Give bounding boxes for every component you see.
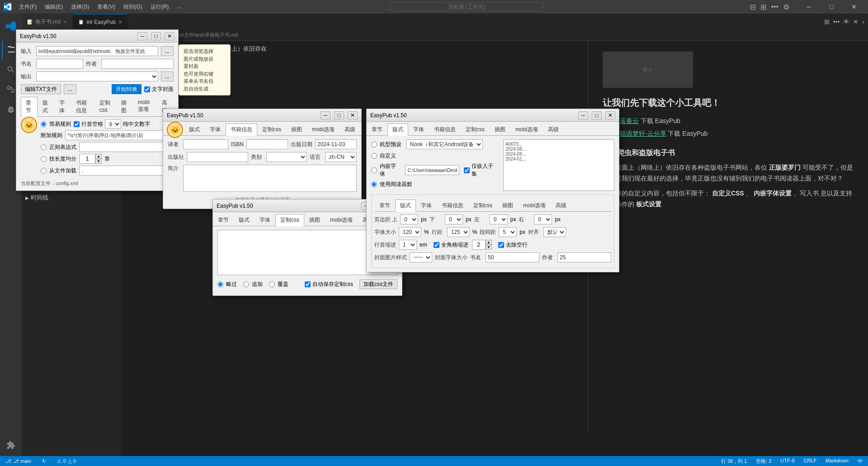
tab-image[interactable]: 插图 [116,97,133,116]
file-load-radio-input[interactable] [41,168,47,174]
tab-font[interactable]: 字体 [54,97,71,116]
preview-lanzou-link[interactable]: 蓝奏云 [620,117,639,124]
tab-easypub-close[interactable]: × [118,19,122,26]
menu-file[interactable]: 文件(F) [15,2,40,12]
output-browse-btn[interactable]: ... [161,71,174,81]
format-sub-tab-image[interactable]: 插图 [497,200,518,211]
css-skip-radio[interactable] [217,281,223,287]
menu-more[interactable]: ... [173,2,185,12]
bookinfo-tab-mobi[interactable]: mobi选项 [307,124,340,135]
tab-md-close[interactable]: × [63,18,67,25]
split-editor-icon[interactable]: ⊞ [824,18,830,25]
format-embed-check[interactable] [464,167,470,173]
css-tab-mobi[interactable]: mobi选项 [325,214,358,226]
tab-chapter[interactable]: 章节 [21,97,38,117]
bookinfo-tab-format[interactable]: 版式 [184,124,205,135]
format-tab-chapter[interactable]: 章节 [367,124,387,135]
close-editor-icon[interactable]: ✕ [853,18,859,25]
file-load-input[interactable] [79,166,174,176]
cover-author-input[interactable] [557,252,611,262]
format-tab-css[interactable]: 定制css [461,124,490,135]
split-radio-input[interactable] [41,156,47,162]
easypub-main-maximize[interactable]: □ [151,32,161,40]
bookinfo-minimize[interactable]: ─ [321,111,330,119]
indent-check[interactable] [74,121,80,127]
indent-select[interactable]: 第 [105,119,121,128]
full-width-value[interactable] [472,240,486,250]
tab-bookinfo[interactable]: 书籍信息 [71,97,94,116]
summary-textarea[interactable] [183,165,357,192]
auto-save-check[interactable] [305,281,311,287]
statusbar-sync[interactable]: ↻ [40,456,48,466]
format-dialog-titlebar[interactable]: EasyPub v1.50 ─ □ ✕ [367,109,619,122]
minimize-btn[interactable]: ─ [798,0,819,14]
bookname-field[interactable] [36,59,83,69]
split-down[interactable]: ▼ [95,159,102,164]
input-browse-btn[interactable]: ... [161,46,174,56]
tab-css[interactable]: 定制css [94,97,116,116]
css-tab-css[interactable]: 定制css [275,214,304,226]
text-cover-check[interactable] [144,86,150,92]
format-custom-radio-input[interactable] [371,153,377,159]
split-up[interactable]: ▲ [95,154,102,159]
tab-md[interactable]: 📝 电子书.md × [22,14,73,30]
margin-left-select[interactable]: 0 [490,214,508,224]
css-tab-format[interactable]: 版式 [234,214,255,226]
easypub-main-minimize[interactable]: ─ [137,32,147,40]
format-sub-tab-bookinfo[interactable]: 书籍信息 [437,200,468,211]
preview-guyumengxuan-link[interactable]: 咕语梦轩-云分享 [620,130,666,137]
more-actions-icon[interactable]: ••• [833,18,840,25]
full-width-check[interactable] [434,242,439,248]
align-select[interactable]: 默认 [543,227,566,237]
paraspacing-select[interactable]: 5 [499,227,517,237]
format-sub-tab-chapter[interactable]: 章节 [374,200,395,211]
format-sub-tab-css[interactable]: 定制css [468,200,497,211]
menu-view[interactable]: 查看(V) [94,2,119,12]
menu-edit[interactable]: 编辑(E) [41,2,66,12]
pub-date-field[interactable] [315,139,357,149]
bookinfo-maximize[interactable]: □ [334,111,344,119]
cover-bookname-input[interactable] [486,252,539,262]
bookinfo-tab-image[interactable]: 插图 [286,124,307,135]
statusbar-spaces[interactable]: 空格: 3 [754,458,773,465]
statusbar-language[interactable]: Markdown [824,458,850,463]
layout-icon[interactable]: ⊟ [750,3,756,11]
fw-down[interactable]: ▼ [486,245,492,250]
easypub-main-close[interactable]: ✕ [165,32,175,40]
format-tab-font[interactable]: 字体 [408,124,429,135]
css-tab-image[interactable]: 插图 [304,214,325,226]
maximize-btn[interactable]: □ [821,0,842,14]
format-tab-format[interactable]: 版式 [387,124,408,136]
cover-img-select[interactable]: 一一 [410,252,432,262]
statusbar-errors[interactable]: ⚠ 0 △ 0 [55,456,78,466]
format-embed-input[interactable] [405,165,459,175]
css-tab-font[interactable]: 字体 [255,214,275,226]
statusbar-line[interactable]: 行 38，列 1 [719,458,749,465]
format-tab-mobi[interactable]: mobi选项 [510,124,543,135]
preview-icon[interactable]: 👁 [843,18,849,25]
format-preset-select[interactable]: Nook（和其它Android设备） [406,139,483,149]
format-sub-tab-font[interactable]: 字体 [416,200,437,211]
css-tab-chapter[interactable]: 章节 [213,214,234,226]
titlebar-search[interactable] [390,2,543,11]
fontsize-select[interactable]: 120 [399,227,421,237]
format-embed-radio-input[interactable] [371,167,377,173]
menu-run[interactable]: 运行(R) [147,2,173,12]
load-css-btn[interactable]: 加载css文件 [359,279,397,289]
format-minimize[interactable]: ─ [578,111,588,119]
tab-mobi[interactable]: mobi选项 [133,97,157,116]
split-icon[interactable]: ⊞ [760,3,766,11]
input-field[interactable] [36,46,158,56]
css-overwrite-radio[interactable] [269,281,275,287]
statusbar-encoding[interactable]: UTF-8 [778,458,796,463]
tab-more-icon[interactable]: › [862,18,864,25]
format-tab-bookinfo[interactable]: 书籍信息 [429,124,461,135]
bookinfo-tab-advanced[interactable]: 高级 [340,124,360,135]
format-tab-advanced[interactable]: 高级 [543,124,564,135]
statusbar-branch[interactable]: ⎇ ⎇ main [4,456,33,466]
add-rule-input[interactable] [65,130,174,140]
menu-select[interactable]: 选择(S) [67,2,93,12]
close-btn[interactable]: ✕ [844,0,864,14]
activity-extensions[interactable] [2,436,20,454]
statusbar-ime[interactable]: 中 [856,458,864,465]
